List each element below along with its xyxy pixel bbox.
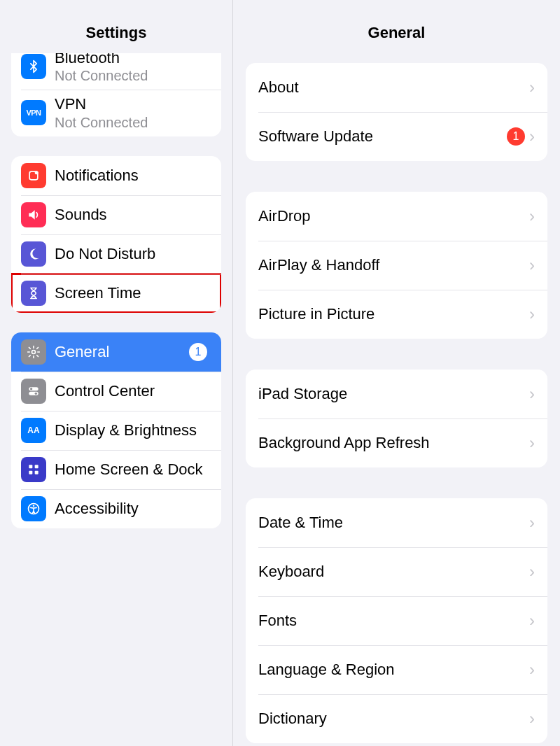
chevron-right-icon: › <box>529 433 535 453</box>
bluetooth-icon <box>21 54 46 79</box>
detail-item-pip[interactable]: Picture in Picture › <box>246 290 547 339</box>
sidebar-item-accessibility[interactable]: Accessibility <box>11 489 221 528</box>
chevron-right-icon: › <box>529 513 535 533</box>
row-label: Control Center <box>55 382 155 400</box>
detail-item-airdrop[interactable]: AirDrop › <box>246 192 547 241</box>
svg-point-6 <box>30 388 32 390</box>
row-label: Notifications <box>55 167 139 184</box>
notification-badge: 1 <box>189 343 207 361</box>
svg-point-7 <box>35 392 37 394</box>
display-icon: AA <box>21 418 46 443</box>
svg-rect-10 <box>29 470 32 474</box>
row-label: Screen Time <box>55 284 141 302</box>
chevron-right-icon: › <box>529 562 535 582</box>
detail-title: General <box>233 14 560 53</box>
row-label: Do Not Disturb <box>55 245 155 262</box>
detail-item-date-time[interactable]: Date & Time › <box>246 498 547 547</box>
row-label: Language & Region <box>258 661 529 679</box>
row-label: Date & Time <box>258 514 529 532</box>
svg-rect-11 <box>35 470 38 474</box>
sidebar-item-bluetooth[interactable]: Bluetooth Not Connected <box>11 53 221 90</box>
sounds-icon <box>21 202 46 227</box>
sidebar-item-general[interactable]: General 1 <box>11 332 221 372</box>
svg-point-3 <box>32 350 36 353</box>
row-label: General <box>55 343 109 360</box>
row-label: Home Screen & Dock <box>55 460 203 478</box>
sidebar-item-sounds[interactable]: Sounds <box>11 195 221 234</box>
row-label: About <box>258 78 529 97</box>
settings-sidebar: Settings Bluetooth Not Connected VPN VPN <box>0 0 233 746</box>
row-label: Fonts <box>258 612 529 630</box>
notification-badge: 1 <box>507 127 525 146</box>
chevron-right-icon: › <box>529 660 535 680</box>
row-label: iPad Storage <box>258 385 529 403</box>
detail-item-bg-refresh[interactable]: Background App Refresh › <box>246 418 547 467</box>
sidebar-item-notifications[interactable]: Notifications <box>11 156 221 195</box>
detail-item-storage[interactable]: iPad Storage › <box>246 370 547 418</box>
chevron-right-icon: › <box>529 709 535 729</box>
row-status: Not Connected <box>55 68 211 84</box>
detail-item-about[interactable]: About › <box>246 63 547 112</box>
svg-point-2 <box>35 171 38 174</box>
row-label: AirPlay & Handoff <box>258 256 529 274</box>
grid-icon <box>21 457 46 482</box>
svg-rect-9 <box>35 465 38 468</box>
moon-icon <box>21 241 46 267</box>
detail-item-lang-region[interactable]: Language & Region › <box>246 645 547 694</box>
row-label: Keyboard <box>258 563 529 581</box>
vpn-icon: VPN <box>21 100 46 125</box>
chevron-right-icon: › <box>529 78 535 97</box>
general-detail-pane: General About › Software Update 1 › AirD… <box>233 0 560 746</box>
sidebar-item-control-center[interactable]: Control Center <box>11 372 221 411</box>
detail-item-fonts[interactable]: Fonts › <box>246 596 547 645</box>
detail-item-airplay[interactable]: AirPlay & Handoff › <box>246 241 547 290</box>
row-label: Software Update <box>258 127 507 146</box>
accessibility-icon <box>21 496 46 521</box>
row-label: Display & Brightness <box>55 421 197 439</box>
svg-point-13 <box>33 505 35 507</box>
detail-item-software-update[interactable]: Software Update 1 › <box>246 112 547 161</box>
hourglass-icon <box>21 281 46 306</box>
row-label: Background App Refresh <box>258 434 529 452</box>
row-label: Accessibility <box>55 500 139 517</box>
sidebar-title: Settings <box>0 14 232 53</box>
row-label: Bluetooth <box>55 53 211 66</box>
sidebar-item-home-screen[interactable]: Home Screen & Dock <box>11 450 221 489</box>
sidebar-item-screen-time[interactable]: Screen Time <box>11 274 221 313</box>
chevron-right-icon: › <box>529 127 535 146</box>
sidebar-item-display[interactable]: AA Display & Brightness <box>11 411 221 450</box>
row-status: Not Connected <box>55 115 211 131</box>
sidebar-item-vpn[interactable]: VPN VPN Not Connected <box>11 90 221 136</box>
notifications-icon <box>21 163 46 188</box>
row-label: Picture in Picture <box>258 305 529 323</box>
gear-icon <box>21 339 46 365</box>
chevron-right-icon: › <box>529 611 535 631</box>
row-label: VPN <box>55 95 211 113</box>
chevron-right-icon: › <box>529 255 535 275</box>
row-label: Dictionary <box>258 710 529 728</box>
row-label: Sounds <box>55 206 107 223</box>
toggles-icon <box>21 379 46 404</box>
chevron-right-icon: › <box>529 304 535 324</box>
row-label: AirDrop <box>258 207 529 225</box>
chevron-right-icon: › <box>529 206 535 226</box>
svg-rect-8 <box>29 465 32 468</box>
detail-item-keyboard[interactable]: Keyboard › <box>246 547 547 596</box>
chevron-right-icon: › <box>529 384 535 404</box>
sidebar-item-dnd[interactable]: Do Not Disturb <box>11 234 221 274</box>
detail-item-dictionary[interactable]: Dictionary › <box>246 694 547 743</box>
